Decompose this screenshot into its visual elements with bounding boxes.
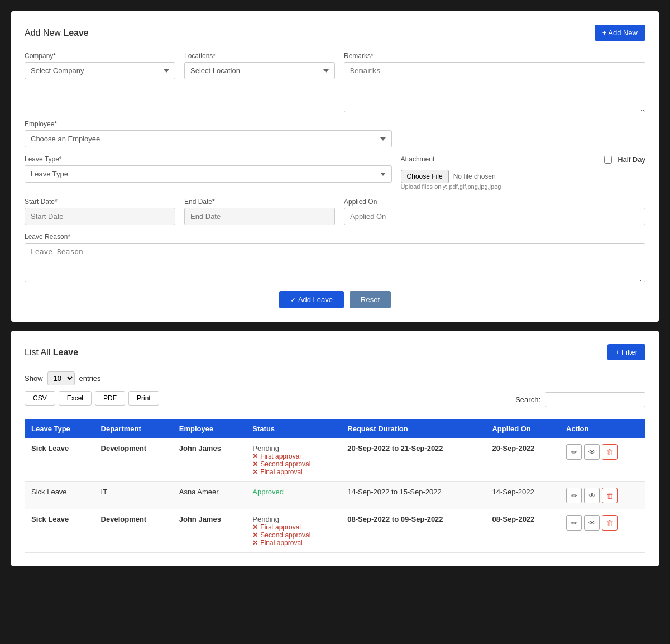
x-icon: ✕ [252, 460, 258, 468]
leave-table: Leave Type Department Employee Status Re… [25, 419, 645, 553]
csv-button[interactable]: CSV [25, 391, 55, 406]
entries-select[interactable]: 10 [47, 371, 75, 385]
company-group: Company* Select Company [25, 52, 175, 112]
half-day-group: Half Day [604, 155, 645, 164]
start-date-group: Start Date* [25, 198, 175, 225]
filter-button[interactable]: + Filter [607, 344, 645, 360]
cell-action: ✏ 👁 🗑 [559, 438, 645, 482]
list-controls: Show 10 entries [25, 371, 645, 385]
table-row: Sick LeaveDevelopmentJohn JamesPending✕F… [25, 509, 645, 553]
cell-request-duration: 20-Sep-2022 to 21-Sep-2022 [341, 438, 485, 482]
location-label: Locations* [184, 52, 335, 60]
approval-item: ✕Final approval [252, 539, 334, 547]
form-row-company-location-remarks: Company* Select Company Locations* Selec… [25, 52, 645, 112]
col-action: Action [559, 419, 645, 438]
end-date-input[interactable] [184, 208, 335, 225]
table-head: Leave Type Department Employee Status Re… [25, 419, 645, 438]
employee-group: Employee* Choose an Employee [25, 120, 392, 147]
action-buttons: ✏ 👁 🗑 [566, 515, 639, 531]
x-icon: ✕ [252, 468, 258, 476]
end-date-group: End Date* [184, 198, 335, 225]
remarks-label: Remarks* [344, 52, 645, 60]
approval-label: Final approval [260, 468, 302, 476]
reset-button[interactable]: Reset [350, 291, 391, 308]
approval-item: ✕Final approval [252, 468, 334, 476]
cell-leave-type: Sick Leave [25, 482, 94, 509]
search-row: Search: [515, 392, 645, 407]
upload-hint: Upload files only: pdf,gif,png,jpg,jpeg [401, 183, 645, 190]
cell-status: Pending✕First approval✕Second approval✕F… [246, 509, 341, 553]
action-buttons: ✏ 👁 🗑 [566, 488, 639, 503]
pdf-button[interactable]: PDF [95, 391, 125, 406]
status-pending: Pending [252, 444, 279, 452]
edit-button[interactable]: ✏ [566, 488, 582, 503]
delete-button[interactable]: 🗑 [602, 515, 618, 531]
cell-employee: John James [173, 438, 246, 482]
x-icon: ✕ [252, 531, 258, 539]
no-file-label: No file chosen [453, 173, 496, 180]
leave-reason-label: Leave Reason* [25, 233, 645, 241]
cell-department: IT [94, 482, 173, 509]
delete-button[interactable]: 🗑 [602, 488, 618, 503]
add-leave-card: Add New Leave + Add New Company* Select … [11, 11, 659, 322]
export-search-row: CSV Excel PDF Print Search: [25, 391, 645, 413]
edit-button[interactable]: ✏ [566, 515, 582, 531]
cell-action: ✏ 👁 🗑 [559, 509, 645, 553]
list-leave-title: List All Leave [25, 347, 78, 357]
col-applied-on: Applied On [485, 419, 559, 438]
approval-label: Second approval [260, 531, 310, 539]
table-row: Sick LeaveITAsna AmeerApproved14-Sep-202… [25, 482, 645, 509]
attachment-group: Attachment Half Day Choose File No file … [401, 155, 645, 190]
choose-file-button[interactable]: Choose File [401, 170, 449, 183]
cell-department: Development [94, 438, 173, 482]
delete-button[interactable]: 🗑 [602, 444, 618, 460]
company-label: Company* [25, 52, 175, 60]
leave-reason-textarea[interactable] [25, 243, 645, 282]
employee-select[interactable]: Choose an Employee [25, 130, 392, 147]
company-select[interactable]: Select Company [25, 62, 175, 79]
add-new-button[interactable]: + Add New [595, 25, 645, 41]
cell-department: Development [94, 509, 173, 553]
x-icon: ✕ [252, 452, 258, 460]
col-leave-type: Leave Type [25, 419, 94, 438]
action-buttons: ✏ 👁 🗑 [566, 444, 639, 460]
cell-employee: Asna Ameer [173, 482, 246, 509]
col-request-duration: Request Duration [341, 419, 485, 438]
add-leave-header: Add New Leave + Add New [25, 25, 645, 41]
form-row-leavetype-attachment: Leave Type* Leave Type Attachment Half D… [25, 155, 645, 190]
applied-on-input[interactable] [344, 208, 645, 225]
view-button[interactable]: 👁 [584, 488, 600, 503]
leave-type-select[interactable]: Leave Type [25, 165, 392, 183]
remarks-textarea[interactable] [344, 62, 645, 112]
add-leave-button[interactable]: ✓ Add Leave [279, 291, 344, 308]
form-row-employee: Employee* Choose an Employee [25, 120, 645, 147]
cell-request-duration: 08-Sep-2022 to 09-Sep-2022 [341, 509, 485, 553]
view-button[interactable]: 👁 [584, 515, 600, 531]
search-input[interactable] [545, 392, 645, 407]
start-date-input[interactable] [25, 208, 175, 225]
approval-label: First approval [260, 452, 301, 460]
view-button[interactable]: 👁 [584, 444, 600, 460]
half-day-checkbox[interactable] [604, 156, 612, 164]
print-button[interactable]: Print [128, 391, 159, 406]
approval-item: ✕First approval [252, 452, 334, 460]
location-select[interactable]: Select Location [184, 62, 335, 79]
approval-item: ✕Second approval [252, 460, 334, 468]
start-date-label: Start Date* [25, 198, 175, 206]
leave-reason-group: Leave Reason* [25, 233, 645, 282]
edit-button[interactable]: ✏ [566, 444, 582, 460]
excel-button[interactable]: Excel [59, 391, 92, 406]
table-header-row: Leave Type Department Employee Status Re… [25, 419, 645, 438]
location-group: Locations* Select Location [184, 52, 335, 112]
form-row-leave-reason: Leave Reason* [25, 233, 645, 282]
add-leave-title: Add New Leave [25, 28, 89, 38]
form-actions: ✓ Add Leave Reset [25, 291, 645, 308]
approval-item: ✕Second approval [252, 531, 334, 539]
remarks-group: Remarks* [344, 52, 645, 112]
list-leave-card: List All Leave + Filter Show 10 entries … [11, 331, 659, 566]
form-row-dates: Start Date* End Date* Applied On [25, 198, 645, 225]
table-row: Sick LeaveDevelopmentJohn JamesPending✕F… [25, 438, 645, 482]
search-label: Search: [515, 395, 540, 404]
list-leave-header: List All Leave + Filter [25, 344, 645, 360]
approval-label: First approval [260, 523, 301, 531]
